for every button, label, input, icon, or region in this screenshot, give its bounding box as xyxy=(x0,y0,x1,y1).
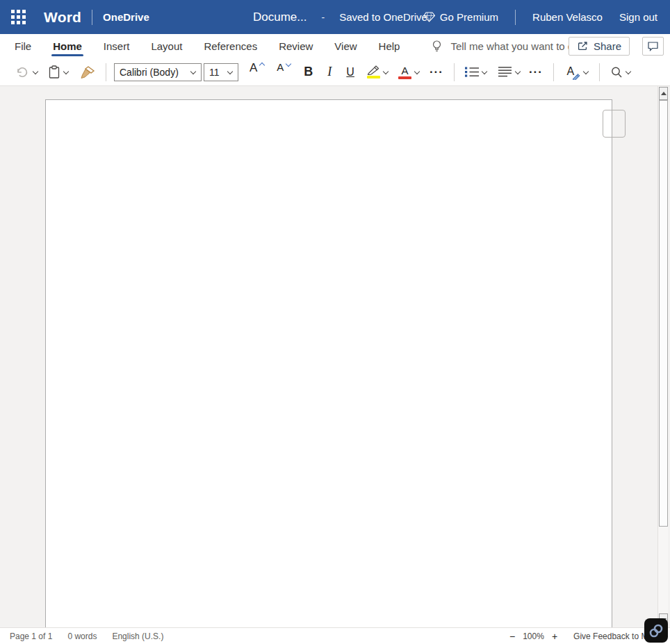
header-right-group: Go Premium Ruben Velasco Sign out xyxy=(423,0,657,34)
page-count-status: Page 1 of 1 xyxy=(10,631,52,641)
undo-dropdown-chevron[interactable] xyxy=(32,69,38,75)
premium-diamond-icon xyxy=(423,12,435,22)
toolbar-separator xyxy=(599,63,600,81)
font-color-swatch xyxy=(398,76,411,79)
ribbon-tabs: File Home Insert Layout References Revie… xyxy=(15,34,400,58)
undo-button[interactable] xyxy=(13,62,41,83)
alignment-button[interactable] xyxy=(496,62,523,83)
link-extension-icon[interactable] xyxy=(644,618,668,643)
tab-help[interactable]: Help xyxy=(379,34,400,58)
bullet-list-button[interactable] xyxy=(462,62,490,83)
app-launcher-button[interactable] xyxy=(9,8,27,26)
shrink-font-button[interactable]: A xyxy=(274,62,294,83)
tab-file[interactable]: File xyxy=(15,34,31,58)
tab-insert[interactable]: Insert xyxy=(104,34,130,58)
underline-icon: U xyxy=(346,66,354,79)
search-icon xyxy=(610,66,623,79)
font-name-select[interactable]: Calibri (Body) xyxy=(114,63,202,81)
zoom-out-button[interactable]: − xyxy=(509,631,515,641)
header-divider xyxy=(92,10,92,25)
tell-me-label: Tell me what you want to do xyxy=(450,40,579,52)
go-premium-button[interactable]: Go Premium xyxy=(423,11,498,23)
service-name-link[interactable]: OneDrive xyxy=(103,11,149,23)
scrollbar-thumb[interactable] xyxy=(659,100,668,527)
styles-button[interactable]: A xyxy=(562,62,591,83)
toolbar-separator xyxy=(454,63,455,81)
font-size-value: 11 xyxy=(209,67,220,78)
document-canvas xyxy=(0,86,670,627)
app-title: Word xyxy=(44,9,81,26)
shrink-font-letter: A xyxy=(277,62,284,72)
document-title-group: Docume... - Saved to OneDrive xyxy=(253,0,427,34)
doc-status-separator: - xyxy=(321,12,325,23)
italic-button[interactable]: I xyxy=(325,62,334,83)
vertical-scrollbar[interactable] xyxy=(657,86,668,627)
bold-icon: B xyxy=(304,65,313,79)
font-size-chevron xyxy=(227,69,233,75)
bullet-list-icon xyxy=(465,66,479,78)
tab-layout[interactable]: Layout xyxy=(151,34,182,58)
find-button[interactable] xyxy=(607,62,634,83)
save-status[interactable]: Saved to OneDrive xyxy=(339,11,427,23)
paragraph-overflow-button[interactable]: ··· xyxy=(526,62,546,83)
new-comment-affordance[interactable] xyxy=(603,110,626,138)
share-label: Share xyxy=(594,40,621,52)
zoom-level: 100% xyxy=(523,631,544,641)
italic-icon: I xyxy=(327,65,332,79)
scroll-up-arrow-icon xyxy=(661,92,667,95)
paste-dropdown-chevron[interactable] xyxy=(63,69,69,75)
grow-font-button[interactable]: A xyxy=(247,62,268,83)
document-title[interactable]: Docume... xyxy=(253,10,307,24)
scroll-up-button[interactable] xyxy=(659,87,668,100)
lightbulb-icon xyxy=(432,40,442,53)
alignment-icon xyxy=(498,66,512,78)
underline-button[interactable]: U xyxy=(343,62,357,83)
ellipsis-icon: ··· xyxy=(529,65,543,79)
ellipsis-icon: ··· xyxy=(430,65,443,79)
highlighter-pen-icon xyxy=(367,65,379,75)
tab-view[interactable]: View xyxy=(334,34,357,58)
comments-button[interactable] xyxy=(642,37,664,56)
sign-out-link[interactable]: Sign out xyxy=(619,11,657,23)
paste-button[interactable] xyxy=(45,62,72,83)
font-overflow-button[interactable]: ··· xyxy=(427,62,446,83)
styles-chevron[interactable] xyxy=(582,69,589,75)
font-size-select[interactable]: 11 xyxy=(204,63,238,81)
font-color-button[interactable]: A xyxy=(395,62,423,83)
undo-icon xyxy=(15,66,30,79)
tell-me-box[interactable]: Tell me what you want to do xyxy=(432,40,579,53)
formatting-toolbar: Calibri (Body) 11 A A B I U A xyxy=(0,58,670,86)
highlight-dropdown-chevron[interactable] xyxy=(382,69,389,75)
share-button[interactable]: Share xyxy=(569,37,630,56)
font-name-chevron xyxy=(190,69,196,75)
tab-review[interactable]: Review xyxy=(279,34,313,58)
tab-references[interactable]: References xyxy=(204,34,257,58)
highlight-color-button[interactable] xyxy=(364,62,391,83)
font-color-letter: A xyxy=(401,65,408,76)
shrink-font-caret-icon xyxy=(286,62,291,67)
bold-button[interactable]: B xyxy=(301,62,316,83)
highlight-color-swatch xyxy=(367,76,380,79)
grow-font-letter: A xyxy=(250,62,257,74)
alignment-chevron[interactable] xyxy=(514,69,521,75)
toolbar-separator xyxy=(553,63,554,81)
interlocked-circles-icon xyxy=(648,623,664,638)
top-app-bar: Word OneDrive Docume... - Saved to OneDr… xyxy=(0,0,670,34)
share-icon xyxy=(577,41,589,52)
zoom-in-button[interactable]: + xyxy=(552,631,557,641)
document-page[interactable] xyxy=(45,99,612,627)
ribbon-tab-bar: File Home Insert Layout References Revie… xyxy=(0,34,670,58)
comment-bubble-icon xyxy=(647,41,659,51)
bullet-list-chevron[interactable] xyxy=(481,69,487,75)
font-color-dropdown-chevron[interactable] xyxy=(414,69,420,75)
zoom-controls: − 100% + Give Feedback to Micro xyxy=(509,631,662,641)
font-name-value: Calibri (Body) xyxy=(120,67,179,78)
header-divider-2 xyxy=(515,10,516,25)
format-painter-button[interactable] xyxy=(77,62,98,83)
find-chevron[interactable] xyxy=(625,69,631,75)
tab-home[interactable]: Home xyxy=(53,34,82,58)
language-status: English (U.S.) xyxy=(112,631,163,641)
clipboard-icon xyxy=(48,65,60,79)
user-name[interactable]: Ruben Velasco xyxy=(532,11,603,23)
styles-pen-icon xyxy=(572,72,580,80)
